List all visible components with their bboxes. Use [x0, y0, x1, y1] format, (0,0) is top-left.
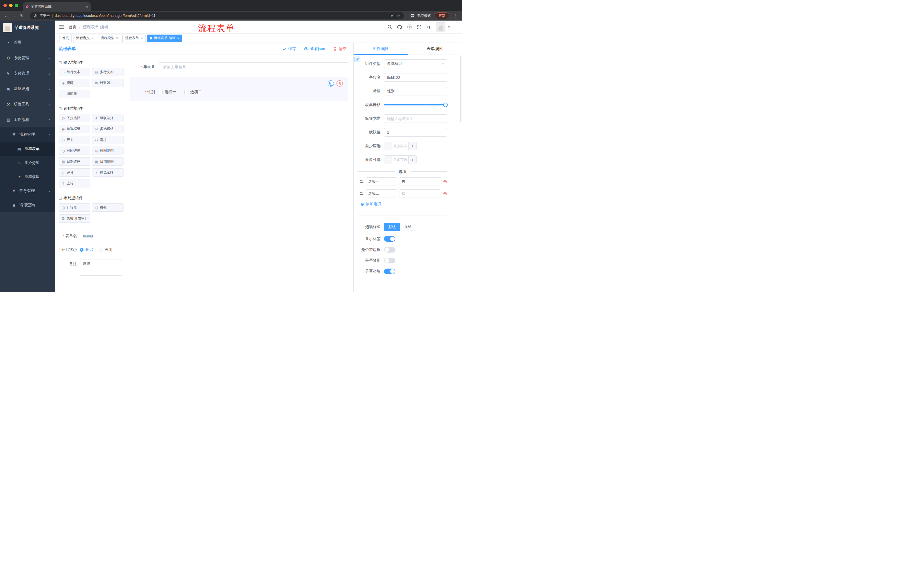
close-icon[interactable]: ×	[177, 36, 179, 40]
tag-process-form-edit[interactable]: 流程表单-编辑 ×	[147, 35, 182, 42]
checkbox-box[interactable]	[185, 90, 188, 94]
form-name-input[interactable]	[80, 232, 122, 240]
font-size-icon[interactable]: TT	[426, 25, 431, 30]
browser-tab[interactable]: ✿ 芋道管理系统 ×	[23, 2, 91, 11]
component-item-counter[interactable]: 123计数器	[92, 79, 124, 87]
tag-process-definition[interactable]: 流程定义 ×	[73, 35, 96, 42]
sidebar-logo[interactable]: 芋道管理系统	[0, 21, 55, 35]
component-item-checkbox-group[interactable]: ☑多选框组	[92, 125, 124, 133]
delete-widget-button[interactable]	[337, 80, 343, 87]
border-toggle[interactable]	[384, 247, 395, 253]
copy-widget-button[interactable]	[328, 80, 334, 87]
remove-option-icon[interactable]: ⊖	[443, 179, 447, 184]
new-tab-button[interactable]: +	[96, 1, 99, 11]
tab-form-props[interactable]: 表单属性	[408, 43, 462, 54]
gender-widget-selected[interactable]: 性别 选项一 选项二	[130, 77, 348, 101]
label-width-input[interactable]	[384, 114, 447, 123]
sidebar-item-devtools[interactable]: ⚒ 研发工具 ∨	[0, 97, 55, 112]
close-icon[interactable]: ×	[116, 36, 118, 40]
option-value-input[interactable]	[399, 178, 441, 186]
component-item-password[interactable]: ◈密码	[59, 79, 90, 87]
component-item-select[interactable]: ◎下拉选择	[59, 114, 90, 122]
component-item-editor[interactable]: 编辑器	[59, 90, 90, 98]
tag-home[interactable]: 首页	[59, 35, 72, 42]
search-icon[interactable]	[388, 25, 392, 30]
remove-option-icon[interactable]: ⊖	[443, 191, 447, 196]
close-icon[interactable]: ×	[91, 36, 94, 40]
password-key-icon[interactable]	[390, 14, 394, 18]
component-item-date-picker[interactable]: ▦日期选择	[59, 158, 90, 166]
component-item-switch[interactable]: ⊶开关	[59, 136, 90, 144]
grid-slider[interactable]	[384, 100, 447, 109]
sidebar-item-leave-query[interactable]: ♟ 请假查询	[0, 198, 55, 212]
disabled-toggle[interactable]	[384, 258, 395, 263]
sidebar-item-process-form[interactable]: ▤ 流程表单	[0, 142, 55, 156]
radio-off[interactable]: 关闭	[99, 247, 112, 252]
sidebar-item-task-management[interactable]: ⋔ 任务管理 ∨	[0, 184, 55, 198]
close-window-button[interactable]	[3, 4, 7, 7]
forward-button[interactable]: →	[12, 14, 16, 18]
drag-handle-icon[interactable]	[360, 191, 364, 196]
show-label-toggle[interactable]	[384, 236, 395, 242]
max-select-value[interactable]: 最多可选	[392, 156, 408, 164]
address-bar[interactable]: 不安全 dashboard.yudao.iocoder.cn/bpm/manag…	[30, 12, 404, 20]
drag-handle-icon[interactable]	[360, 179, 364, 184]
tag-process-form[interactable]: 流程表单 ×	[122, 35, 145, 42]
form-remark-textarea[interactable]: 嘿嘿	[80, 259, 122, 276]
minus-button[interactable]: −	[384, 142, 392, 150]
component-item-multi-line-text[interactable]: ▤多行文本	[92, 68, 124, 76]
tab-component-props[interactable]: 组件属性	[354, 43, 408, 54]
browser-menu-icon[interactable]: ⋮	[453, 13, 457, 18]
plus-button[interactable]: +	[408, 142, 416, 150]
sidebar-item-user-group[interactable]: ☺ 用户分组	[0, 156, 55, 170]
tag-process-model[interactable]: 流程模型 ×	[98, 35, 121, 42]
sidebar-item-infrastructure[interactable]: ▣ 基础设施 ∨	[0, 81, 55, 97]
component-item-table[interactable]: ⊞表格[开发中]	[59, 214, 90, 222]
add-option-link[interactable]: ⊕ 添加选项	[361, 201, 447, 207]
component-item-time-picker[interactable]: ◷时间选择	[59, 146, 90, 155]
avatar[interactable]	[436, 22, 446, 32]
sidebar-item-process-management[interactable]: ≣ 流程管理 ∧	[0, 127, 55, 142]
checkbox-option-1[interactable]: 选项一	[159, 89, 177, 95]
style-button-button[interactable]: 按钮	[400, 223, 416, 231]
minimize-window-button[interactable]	[9, 4, 13, 7]
option-value-input[interactable]	[399, 189, 441, 197]
breadcrumb-home[interactable]: 首页	[69, 25, 77, 30]
slider-handle[interactable]	[443, 102, 448, 107]
github-icon[interactable]	[397, 25, 402, 30]
update-button[interactable]: 更新	[434, 12, 449, 19]
sidebar-item-payment[interactable]: ¥ 支付管理 ∨	[0, 66, 55, 81]
component-item-radio-group[interactable]: ◉单选框组	[59, 125, 90, 133]
scrollbar[interactable]	[460, 56, 462, 122]
close-icon[interactable]: ×	[141, 36, 143, 40]
security-label[interactable]: 不安全	[40, 13, 50, 18]
minus-button[interactable]: −	[384, 156, 392, 164]
fullscreen-icon[interactable]	[417, 25, 421, 30]
view-json-button[interactable]: 查看json	[304, 46, 325, 51]
doc-link-button[interactable]	[355, 57, 360, 62]
component-item-upload[interactable]: ⇪上传	[59, 179, 90, 188]
field-name-input[interactable]	[384, 73, 447, 82]
phone-field-row[interactable]: 手机号	[130, 62, 348, 72]
plus-button[interactable]: +	[408, 156, 416, 164]
phone-input[interactable]	[159, 62, 348, 72]
default-value-input[interactable]	[384, 128, 447, 137]
component-item-color-picker[interactable]: ◐颜色选择	[92, 168, 124, 176]
bookmark-star-icon[interactable]: ☆	[396, 14, 400, 18]
checkbox-box[interactable]	[159, 90, 163, 94]
title-input[interactable]	[384, 87, 447, 95]
reload-button[interactable]: ↻	[20, 14, 24, 18]
style-default-button[interactable]: 默认	[384, 223, 400, 231]
required-toggle[interactable]	[384, 268, 395, 274]
option-name-input[interactable]	[366, 178, 397, 186]
radio-on[interactable]: 开启	[80, 247, 93, 252]
sidebar-item-system[interactable]: ⚙ 系统管理 ∨	[0, 50, 55, 66]
sidebar-item-workflow[interactable]: ▥ 工作流程 ∧	[0, 112, 55, 127]
component-item-single-line-text[interactable]: ▭单行文本	[59, 68, 90, 76]
sidebar-item-process-model[interactable]: ✈ 流程模型	[0, 170, 55, 184]
zoom-window-button[interactable]	[15, 4, 18, 7]
back-button[interactable]: ←	[4, 14, 8, 18]
avatar-caret-icon[interactable]: ∨	[448, 25, 450, 29]
clear-button[interactable]: 清空	[333, 46, 346, 51]
component-type-select[interactable]: 多选框组 ∨	[384, 59, 447, 68]
